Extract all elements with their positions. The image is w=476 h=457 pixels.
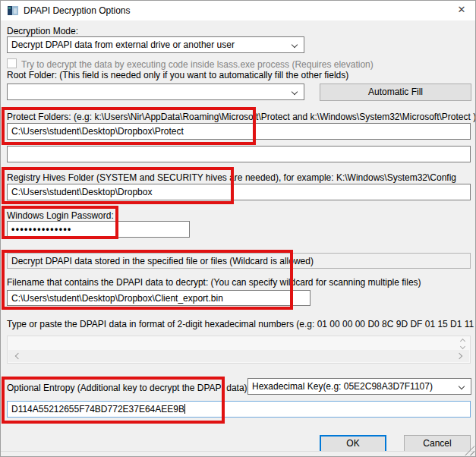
- filename-input[interactable]: C:\Users\student\Desktop\Dropbox\Client_…: [7, 290, 311, 306]
- entropy-input[interactable]: D114A55212655F74BD772E37E64AEE9B: [7, 401, 471, 418]
- app-icon: [8, 5, 18, 16]
- filename-label: Filename that contains the DPAPI data to…: [7, 277, 421, 288]
- hex-data-textarea[interactable]: [7, 336, 471, 364]
- decryption-mode-select[interactable]: Decrypt DPAPI data from external drive o…: [7, 36, 304, 53]
- login-password-label: Windows Login Password:: [7, 210, 114, 221]
- root-folder-select[interactable]: [7, 84, 304, 100]
- entropy-key-type-select[interactable]: Hexadecimal Key(e.g: 05E2C98A3D7F1107): [247, 378, 471, 395]
- registry-hives-label: Registry Hives Folder (SYSTEM and SECURI…: [7, 172, 456, 183]
- decryption-mode-label: Decryption Mode:: [7, 26, 78, 36]
- cancel-button[interactable]: Cancel: [404, 435, 471, 452]
- status-strip: [1, 451, 475, 456]
- text-caret: [184, 404, 185, 414]
- decrypt-source-select[interactable]: Decrypt DPAPI data stored in the specifi…: [7, 253, 471, 269]
- protect-folders-input-2[interactable]: [7, 146, 471, 162]
- entropy-label: Optional Entropy (Additional key to decr…: [7, 383, 250, 393]
- chevron-down-icon: [292, 42, 298, 48]
- scroll-left-icon: [15, 353, 21, 359]
- vertical-spinner[interactable]: [459, 338, 468, 350]
- login-password-dots: ••••••••••••••: [11, 224, 72, 235]
- lsass-checkbox[interactable]: [7, 58, 17, 68]
- automatic-fill-button[interactable]: Automatic Fill: [320, 84, 471, 101]
- close-icon[interactable]: ✕: [451, 2, 472, 17]
- chevron-down-icon: [292, 89, 298, 95]
- horizontal-scrollbar[interactable]: [8, 350, 469, 362]
- window-title: DPAPI Decryption Options: [24, 5, 131, 16]
- scroll-right-icon: [456, 353, 462, 359]
- decryption-mode-value: Decrypt DPAPI data from external drive o…: [11, 39, 235, 50]
- chevron-down-icon: [459, 383, 465, 389]
- login-password-input[interactable]: ••••••••••••••: [7, 221, 190, 238]
- entropy-key-type-value: Hexadecimal Key(e.g: 05E2C98A3D7F1107): [252, 381, 433, 392]
- lsass-checkbox-label: Try to decrypt the data by executing cod…: [21, 59, 374, 70]
- scroll-down-icon: [460, 344, 465, 349]
- protect-folders-label: Protect Folders: (e.g: k:\Users\Nir\AppD…: [7, 112, 476, 122]
- entropy-value: D114A55212655F74BD772E37E64AEE9B: [11, 404, 184, 414]
- ok-button[interactable]: OK: [320, 435, 386, 452]
- protect-folders-value-1: C:\Users\student\Desktop\Dropbox\Protect: [11, 126, 184, 137]
- dpapi-decryption-options-dialog: DPAPI Decryption Options ✕ Decryption Mo…: [0, 0, 476, 457]
- filename-value: C:\Users\student\Desktop\Dropbox\Client_…: [11, 293, 223, 304]
- root-folder-label: Root Folder: (This field is needed only …: [7, 70, 348, 80]
- decrypt-source-value: Decrypt DPAPI data stored in the specifi…: [11, 256, 314, 266]
- registry-hives-value: C:\Users\student\Desktop\Dropbox: [11, 187, 152, 197]
- title-bar: DPAPI Decryption Options ✕: [1, 1, 475, 20]
- hex-data-label: Type or paste the DPAPI data in format o…: [7, 319, 476, 329]
- registry-hives-input[interactable]: C:\Users\student\Desktop\Dropbox: [7, 184, 471, 200]
- protect-folders-input-1[interactable]: C:\Users\student\Desktop\Dropbox\Protect: [7, 123, 471, 140]
